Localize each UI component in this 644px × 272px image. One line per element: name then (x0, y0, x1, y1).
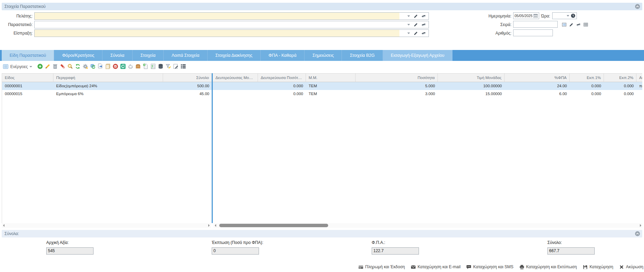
email-button[interactable]: Καταχώρηση και E-mail (411, 264, 460, 270)
chevron-down-icon[interactable] (407, 14, 410, 18)
clear-icon[interactable] (421, 22, 426, 27)
edit-icon[interactable] (45, 63, 52, 70)
package-icon[interactable] (135, 63, 143, 70)
grid-cell[interactable]: 15.00000 (438, 90, 505, 98)
grid-cell[interactable]: Είδος(εμπόρευμα) 24% (53, 82, 163, 90)
grid-cell[interactable]: 0.000 (570, 82, 604, 90)
grid-cell[interactable]: 500.00 (163, 82, 212, 90)
grid-cell[interactable] (213, 90, 258, 98)
filter-icon[interactable] (165, 63, 173, 70)
search-icon[interactable] (67, 63, 75, 70)
grid-cell[interactable]: 0.000 (604, 82, 636, 90)
date-field[interactable]: 05/05/2025 (513, 12, 539, 19)
tab-4[interactable]: Λοιπά Στοιχεία (164, 50, 208, 61)
tab-5[interactable]: Στοιχεία Διακίνησης (208, 50, 261, 61)
grid-cell[interactable]: ΤΕΜ (306, 82, 356, 90)
tab-8[interactable]: Στοιχεία B2G (342, 50, 383, 61)
grid-cell[interactable] (213, 82, 258, 90)
note-edit-icon[interactable] (173, 63, 180, 70)
column-header[interactable]: Δευτερεύουσας Μονάδ... (213, 73, 258, 82)
collapse-section-icon[interactable] (635, 4, 640, 9)
column-header[interactable]: Δευτερεύουσα Ποσότητα (258, 73, 306, 82)
refresh-icon[interactable] (75, 63, 82, 70)
calendar-icon[interactable] (533, 14, 538, 18)
column-header[interactable]: Μ.Μ. (306, 73, 356, 82)
recycle-icon[interactable] (127, 63, 135, 70)
document-input[interactable] (35, 21, 399, 28)
grid-cell[interactable]: Εμπόρευμα 6% (53, 90, 163, 98)
erase-icon[interactable] (60, 63, 67, 70)
loop-icon[interactable] (120, 63, 127, 70)
settings-icon[interactable] (82, 63, 90, 70)
receipt-input[interactable] (35, 30, 399, 37)
grid-icon[interactable] (583, 22, 588, 27)
column-header[interactable]: Αι (636, 73, 642, 82)
checklist-icon[interactable] (150, 63, 158, 70)
add-icon[interactable] (37, 63, 45, 70)
tab-3[interactable]: Στοιχεία (133, 50, 164, 61)
right-pane-hscrollbar[interactable] (213, 223, 642, 228)
grid-cell[interactable]: 00000015 (2, 90, 53, 98)
clear-icon[interactable] (421, 31, 426, 36)
cancel-button[interactable]: Ακύρωση (619, 264, 643, 270)
edit-icon[interactable] (413, 14, 418, 18)
record-icon[interactable] (112, 63, 120, 70)
save-button[interactable]: Καταχώρηση (583, 264, 613, 270)
tab-0[interactable]: Είδη Παραστατικού (2, 50, 54, 61)
delete-icon[interactable] (52, 63, 60, 70)
date-input[interactable]: 05/05/2025 (515, 13, 532, 19)
tab-1[interactable]: Φόροι/Κρατήσεις (54, 50, 102, 61)
column-header[interactable]: Εκπ.1% (570, 73, 604, 82)
edit-icon[interactable] (413, 22, 418, 27)
print-button[interactable]: Καταχώρηση και Εκτύπωση (519, 264, 577, 270)
grid-cell[interactable]: 0.000 (258, 90, 306, 98)
database-icon[interactable] (158, 63, 165, 70)
series-field[interactable] (513, 21, 558, 28)
edit-icon[interactable] (413, 31, 418, 36)
tab-6[interactable]: ΦΠΑ - Καθαρά (261, 50, 305, 61)
scroll-right-arrow-icon[interactable] (640, 224, 641, 227)
grid-cell[interactable] (636, 90, 642, 98)
grid-cell[interactable]: 00000001 (2, 82, 53, 90)
scroll-left-arrow-icon[interactable] (215, 224, 216, 227)
time-field[interactable] (552, 12, 577, 19)
chevron-down-icon[interactable] (566, 14, 570, 17)
column-header[interactable]: Περιγραφή (53, 73, 163, 82)
clock-icon[interactable] (571, 13, 575, 18)
grid-cell[interactable]: 45.00 (163, 90, 212, 98)
scroll-left-arrow-icon[interactable] (3, 224, 4, 227)
column-header[interactable]: Είδος (2, 73, 53, 82)
edit-icon[interactable] (569, 22, 574, 27)
receipt-field[interactable] (34, 29, 429, 37)
scroll-right-arrow-icon[interactable] (208, 224, 210, 227)
copy-icon[interactable] (105, 63, 112, 70)
clear-icon[interactable] (421, 14, 426, 18)
column-header[interactable]: Ποσότητα (356, 73, 438, 82)
grid-cell[interactable]: 0.000 (570, 90, 604, 98)
left-pane-hscrollbar[interactable] (2, 223, 211, 228)
grid-row[interactable]: 00000001Είδος(εμπόρευμα) 24%500.00 (2, 82, 212, 90)
grid-cell[interactable]: 0.000 (604, 90, 636, 98)
list-view-icon[interactable] (180, 63, 188, 70)
customer-field[interactable] (34, 12, 429, 20)
sync-database-icon[interactable] (90, 63, 97, 70)
payment-button[interactable]: Πληρωμή και Έκδοση (358, 264, 405, 270)
grid-row[interactable]: 0.000ΤΕΜ5.000100.0000024.000.0000.000πε (213, 82, 642, 90)
grid-cell[interactable]: 100.00000 (438, 82, 505, 90)
actions-menu-button[interactable]: Ενέργειες (3, 64, 32, 69)
clear-icon[interactable] (576, 22, 581, 27)
grid-cell[interactable]: 24.00 (505, 82, 570, 90)
grid-cell[interactable]: 5.000 (356, 82, 438, 90)
grid-row[interactable]: 00000015Εμπόρευμα 6%45.00 (2, 90, 212, 98)
grid-cell[interactable]: 6.00 (505, 90, 570, 98)
file-plus-icon[interactable] (143, 63, 150, 70)
column-header[interactable]: Σύνολο (163, 73, 212, 82)
column-header[interactable]: Εκπ.2% (604, 73, 636, 82)
series-list-icon[interactable] (562, 22, 567, 27)
chevron-down-icon[interactable] (407, 31, 410, 35)
tab-2[interactable]: Σύνολα (102, 50, 133, 61)
document-field[interactable] (34, 21, 429, 28)
column-header[interactable]: Τιμή Μονάδας (438, 73, 505, 82)
chevron-down-icon[interactable] (407, 23, 410, 26)
export-icon[interactable] (97, 63, 105, 70)
